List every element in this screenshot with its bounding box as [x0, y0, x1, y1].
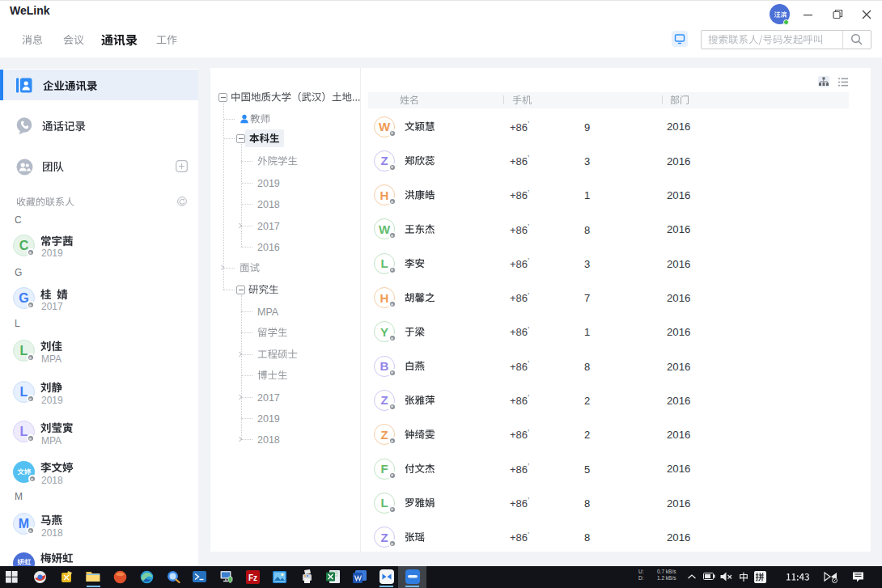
- svg-text:Fz: Fz: [248, 573, 257, 582]
